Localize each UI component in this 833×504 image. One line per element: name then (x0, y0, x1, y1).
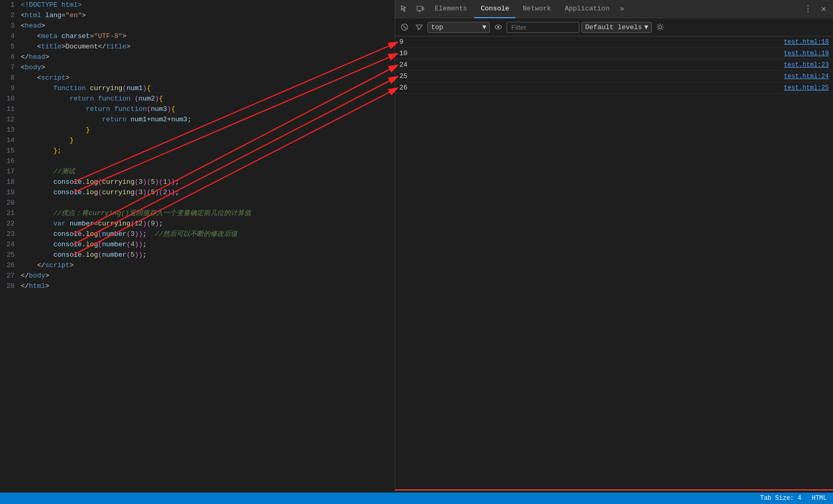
console-row: 9test.html:18 (395, 36, 833, 48)
code-line: 13 } (0, 125, 396, 135)
code-editor: 1<!DOCTYPE html>2<html lang="en">3<head>… (0, 0, 396, 469)
console-source-link[interactable]: test.html:18 (784, 39, 829, 46)
code-line: 11 return function(num3){ (0, 104, 396, 115)
console-row: 10test.html:19 (395, 48, 833, 59)
code-line: 24 console.log(number(4)); (0, 240, 396, 250)
code-line: 9 function currying(num1){ (0, 83, 396, 94)
code-line: 21 //优点：将currying()返回值存入一个变量确定前几位的计算值 (0, 208, 396, 219)
code-line: 28</html> (0, 281, 396, 292)
console-value: 10 (399, 49, 408, 57)
code-line: 25 console.log(number(5)); (0, 250, 396, 260)
code-line: 18 console.log(currying(3)(5)(1)); (0, 177, 396, 187)
code-line: 8 <script> (0, 73, 396, 83)
clear-console-icon[interactable] (398, 21, 411, 33)
console-value: 9 (399, 38, 403, 46)
code-line: 7<body> (0, 62, 396, 73)
code-line: 14 } (0, 135, 396, 146)
language-status: HTML (812, 495, 827, 502)
svg-rect-0 (417, 6, 422, 10)
status-bar: Tab Size: 4 HTML (0, 493, 833, 504)
default-levels-dropdown[interactable]: Default levels ▼ (582, 22, 652, 33)
tab-elements[interactable]: Elements (428, 0, 473, 18)
code-line: 3<head> (0, 21, 396, 31)
console-value: 26 (399, 84, 408, 92)
devtools-menu-icon[interactable]: ⋮ (801, 4, 815, 14)
console-value: 24 (399, 61, 408, 69)
console-row: 25test.html:24 (395, 71, 833, 82)
top-selector[interactable]: top ▼ (427, 22, 490, 33)
devtools-toolbar: Elements Console Network Application » ⋮… (395, 0, 833, 18)
svg-point-7 (497, 26, 499, 28)
console-output: 9test.html:1810test.html:1924test.html:2… (395, 36, 833, 489)
console-source-link[interactable]: test.html:23 (784, 61, 829, 69)
svg-point-8 (659, 26, 662, 29)
code-line: 12 return num1+num2+num3; (0, 115, 396, 125)
code-line: 22 var number=currying(12)(9); (0, 219, 396, 229)
console-row: 24test.html:23 (395, 59, 833, 71)
code-line: 2<html lang="en"> (0, 10, 396, 21)
device-toolbar-icon[interactable] (413, 2, 427, 16)
code-line: 1<!DOCTYPE html> (0, 0, 396, 10)
code-line: 4 <meta charset="UTF-8"> (0, 31, 396, 42)
more-tabs-icon[interactable]: » (616, 3, 627, 15)
inspect-icon[interactable] (397, 2, 412, 16)
code-line: 19 console.log(currying(3)(5)(2)); (0, 187, 396, 198)
eye-icon[interactable] (492, 21, 504, 33)
code-line: 16 (0, 156, 396, 167)
tab-network[interactable]: Network (516, 0, 558, 18)
code-line: 27</body> (0, 271, 396, 281)
console-toolbar: top ▼ Default levels ▼ (395, 18, 833, 36)
filter-icon[interactable] (413, 21, 425, 33)
console-source-link[interactable]: test.html:19 (784, 50, 829, 57)
svg-rect-1 (423, 7, 424, 10)
tab-console[interactable]: Console (474, 0, 515, 18)
console-settings-icon[interactable] (654, 21, 666, 33)
console-source-link[interactable]: test.html:24 (784, 73, 829, 80)
levels-dropdown-arrow: ▼ (644, 23, 648, 31)
code-line: 15 }; (0, 146, 396, 156)
tab-application[interactable]: Application (559, 0, 616, 18)
console-filter-input[interactable] (507, 22, 579, 33)
tab-size-status: Tab Size: 4 (760, 495, 801, 502)
code-line: 10 return function (num2){ (0, 94, 396, 104)
dropdown-arrow: ▼ (482, 23, 486, 31)
console-row: 26test.html:25 (395, 82, 833, 94)
code-line: 6</head> (0, 52, 396, 62)
console-source-link[interactable]: test.html:25 (784, 84, 829, 92)
console-value: 25 (399, 72, 408, 80)
devtools-close-button[interactable]: ✕ (816, 2, 831, 16)
code-line: 26 </script> (0, 260, 396, 271)
code-line: 20 (0, 198, 396, 208)
code-line: 23 console.log(number(3)); //然后可以不断的修改后值 (0, 229, 396, 240)
devtools-panel: Elements Console Network Application » ⋮… (395, 0, 833, 504)
code-line: 17 //测试 (0, 167, 396, 177)
svg-line-5 (403, 26, 406, 29)
code-line: 5 <title>Document</title> (0, 42, 396, 52)
